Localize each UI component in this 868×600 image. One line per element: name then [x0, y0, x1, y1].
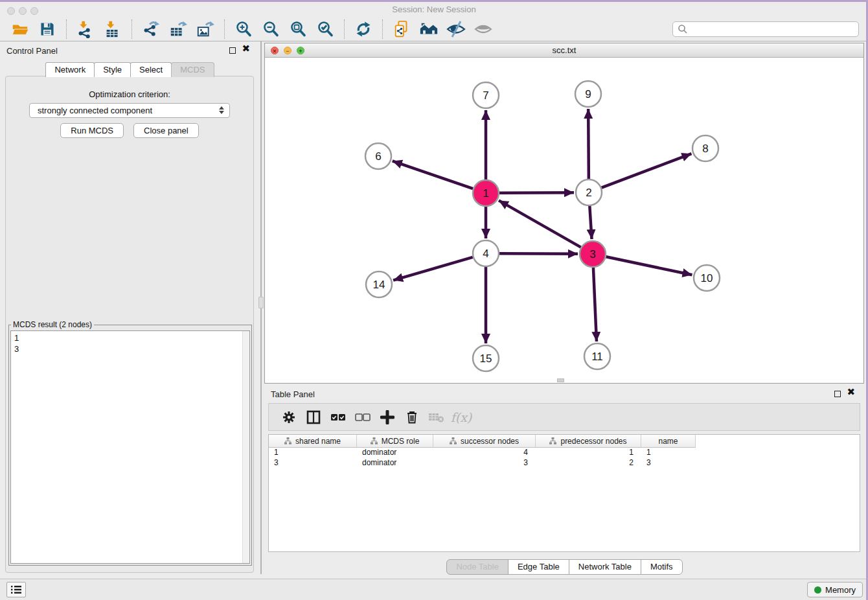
edge-2-3[interactable]: [589, 206, 591, 239]
memory-label: Memory: [825, 585, 856, 595]
table-row[interactable]: 1dominator411: [269, 448, 860, 458]
edge-2-8[interactable]: [602, 154, 692, 187]
cell-predecessor-nodes[interactable]: 2: [536, 458, 641, 468]
column-header-MCDS-role[interactable]: MCDS role: [357, 435, 433, 448]
status-bar: Memory: [0, 579, 868, 600]
table-float-icon[interactable]: [834, 391, 841, 397]
close-window-button[interactable]: [7, 7, 15, 15]
column-header-shared-name[interactable]: shared name: [269, 435, 357, 448]
network-canvas[interactable]: 7968124314101511: [265, 58, 863, 383]
table-close-icon[interactable]: ✖: [847, 387, 855, 397]
save-session-icon[interactable]: [37, 19, 58, 40]
toolbar-separator: [131, 19, 132, 39]
tab-mcds[interactable]: MCDS: [171, 62, 214, 77]
result-scrollbar[interactable]: [242, 331, 249, 563]
node-label-2: 2: [586, 187, 591, 199]
cell-shared-name[interactable]: 1: [269, 448, 357, 458]
column-hierarchy-icon: [549, 437, 556, 444]
apply-layout-icon[interactable]: [353, 19, 374, 40]
table-row[interactable]: 3dominator323: [269, 458, 860, 468]
export-table-icon[interactable]: [168, 19, 188, 40]
close-panel-button[interactable]: Close panel: [133, 123, 199, 138]
clone-network-icon[interactable]: [391, 19, 412, 40]
network-view-title: scc.txt: [265, 43, 863, 58]
zoom-fit-icon[interactable]: [288, 19, 308, 40]
edge-1-6[interactable]: [393, 161, 473, 189]
zoom-selected-icon[interactable]: [315, 19, 336, 40]
cell-successor-nodes[interactable]: 3: [433, 458, 536, 468]
mcds-result-legend: MCDS result (2 nodes): [11, 320, 94, 329]
panel-divider-handle[interactable]: [258, 297, 264, 308]
export-image-icon[interactable]: [195, 19, 216, 40]
tab-select[interactable]: Select: [130, 62, 172, 77]
view-minimize-icon[interactable]: −: [284, 47, 291, 54]
edge-4-14[interactable]: [393, 257, 473, 281]
control-panel-tabs: Network Style Select MCDS: [0, 62, 259, 77]
memory-button[interactable]: Memory: [807, 582, 863, 597]
tab-node-table[interactable]: Node Table: [446, 559, 508, 575]
column-header-successor-nodes[interactable]: successor nodes: [433, 435, 536, 448]
edge-4-3[interactable]: [499, 253, 578, 254]
edge-3-11[interactable]: [593, 268, 597, 341]
deselect-all-checkboxes-icon[interactable]: [352, 408, 374, 427]
cell-MCDS-role[interactable]: dominator: [357, 448, 433, 458]
node-label-14: 14: [373, 279, 385, 291]
table-header-row: shared nameMCDS rolesuccessor nodesprede…: [269, 435, 860, 448]
hide-selected-icon[interactable]: [446, 19, 466, 40]
table-toolbar: f(x): [268, 403, 860, 431]
zoom-in-icon[interactable]: [233, 19, 254, 40]
tab-network[interactable]: Network: [45, 62, 95, 77]
tab-style[interactable]: Style: [94, 62, 131, 77]
mcds-panel: Optimization criterion: strongly connect…: [5, 76, 254, 573]
first-neighbors-icon[interactable]: [418, 19, 439, 40]
mcds-result-fieldset: MCDS result (2 nodes) 1 3: [8, 320, 252, 566]
table-settings-gear-icon[interactable]: [278, 408, 300, 427]
column-hierarchy-icon: [371, 437, 378, 444]
edge-2-9[interactable]: [588, 109, 589, 179]
close-panel-icon[interactable]: ✖: [242, 44, 250, 53]
mcds-result-textarea[interactable]: 1 3: [10, 330, 250, 564]
zoom-out-icon[interactable]: [260, 19, 281, 40]
column-header-predecessor-nodes[interactable]: predecessor nodes: [536, 435, 641, 448]
cell-predecessor-nodes[interactable]: 1: [536, 448, 641, 458]
column-header-name[interactable]: name: [641, 435, 696, 448]
import-network-icon[interactable]: [75, 19, 96, 40]
node-label-3: 3: [589, 248, 595, 260]
open-file-icon[interactable]: [10, 19, 30, 40]
view-close-icon[interactable]: ×: [271, 47, 279, 54]
table-body: 1dominator4113dominator323: [269, 448, 860, 468]
minimize-window-button[interactable]: [19, 7, 27, 15]
search-input[interactable]: [672, 21, 859, 37]
float-panel-icon[interactable]: [229, 47, 236, 54]
run-mcds-button[interactable]: Run MCDS: [60, 123, 124, 138]
export-network-icon[interactable]: [141, 19, 161, 40]
column-selector-icon[interactable]: [303, 408, 325, 427]
canvas-resize-handle[interactable]: [557, 378, 564, 382]
import-table-icon[interactable]: [102, 19, 123, 40]
cell-successor-nodes[interactable]: 4: [433, 448, 536, 458]
network-view-titlebar[interactable]: × − + scc.txt: [265, 43, 863, 58]
cell-name[interactable]: 3: [641, 458, 696, 468]
maximize-window-button[interactable]: [30, 7, 38, 15]
control-panel: Control Panel ✖ Network Style Select MCD…: [0, 41, 259, 574]
edge-1-2[interactable]: [499, 192, 574, 193]
toolbar-separator: [382, 19, 383, 39]
cell-MCDS-role[interactable]: dominator: [357, 458, 433, 468]
tab-motifs[interactable]: Motifs: [641, 559, 683, 575]
tab-network-table[interactable]: Network Table: [569, 559, 641, 575]
function-builder-icon-disabled: f(x): [450, 408, 472, 427]
select-stepper-icon: [219, 106, 224, 114]
view-maximize-icon[interactable]: +: [297, 47, 304, 54]
node-label-9: 9: [585, 88, 591, 100]
optimization-criterion-select[interactable]: strongly connected component: [29, 103, 230, 118]
add-column-icon[interactable]: [376, 408, 398, 427]
edge-3-1[interactable]: [499, 200, 581, 247]
show-all-icon[interactable]: [473, 19, 494, 40]
tab-edge-table[interactable]: Edge Table: [508, 559, 569, 575]
task-history-button[interactable]: [6, 582, 26, 597]
cell-shared-name[interactable]: 3: [269, 458, 357, 468]
delete-column-trash-icon[interactable]: [401, 408, 423, 427]
select-all-checkboxes-icon[interactable]: [327, 408, 349, 427]
edge-3-10[interactable]: [606, 257, 692, 275]
cell-name[interactable]: 1: [641, 448, 696, 458]
